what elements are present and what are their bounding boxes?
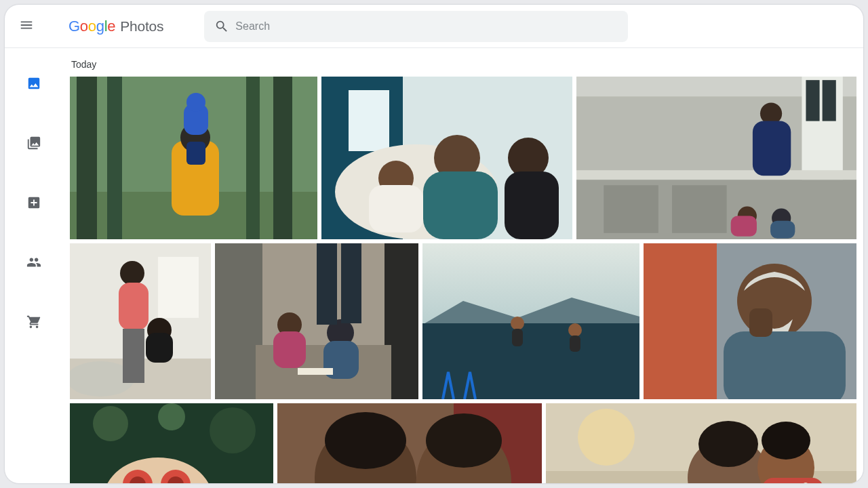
nav-print-store[interactable] xyxy=(19,308,49,338)
svg-rect-18 xyxy=(423,171,498,239)
svg-rect-24 xyxy=(806,80,819,121)
svg-rect-41 xyxy=(119,283,149,330)
hamburger-icon xyxy=(19,18,34,35)
main-menu-button[interactable] xyxy=(12,12,41,41)
photo-thumbnail[interactable] xyxy=(70,243,211,399)
nav-albums[interactable] xyxy=(19,129,49,159)
photo-thumbnail[interactable] xyxy=(321,77,572,239)
nav-sharing[interactable] xyxy=(19,249,49,279)
svg-point-40 xyxy=(120,261,144,285)
svg-rect-5 xyxy=(246,77,260,239)
photo-thumbnail[interactable] xyxy=(277,403,542,483)
photo-thumbnail[interactable] xyxy=(70,403,273,483)
svg-rect-42 xyxy=(123,329,144,383)
svg-rect-33 xyxy=(731,216,757,237)
photo-thumbnail[interactable] xyxy=(546,403,856,483)
svg-rect-54 xyxy=(317,243,337,325)
svg-point-81 xyxy=(426,413,502,468)
app-window: Google Photos xyxy=(4,4,864,484)
svg-rect-46 xyxy=(215,243,262,399)
svg-point-68 xyxy=(93,406,128,441)
svg-point-86 xyxy=(698,421,758,467)
svg-rect-55 xyxy=(341,243,361,323)
svg-rect-26 xyxy=(576,170,856,180)
svg-rect-57 xyxy=(422,323,639,399)
people-icon xyxy=(26,255,41,272)
photo-row xyxy=(70,403,856,483)
svg-rect-10 xyxy=(186,142,205,165)
svg-rect-3 xyxy=(107,77,122,239)
photo-row xyxy=(70,77,856,239)
photo-row xyxy=(70,243,856,399)
svg-rect-35 xyxy=(770,221,795,239)
photo-thumbnail[interactable] xyxy=(422,243,639,399)
photo-thumbnail[interactable] xyxy=(576,77,856,239)
sparkle-add-icon xyxy=(26,195,41,213)
svg-rect-44 xyxy=(146,333,173,363)
nav-for-you[interactable] xyxy=(19,189,49,219)
nav-photos[interactable] xyxy=(19,70,49,100)
svg-rect-2 xyxy=(77,77,97,239)
svg-point-69 xyxy=(210,407,256,453)
svg-rect-29 xyxy=(672,185,727,233)
date-heading: Today xyxy=(71,59,856,70)
brand-logo[interactable]: Google Photos xyxy=(68,18,163,35)
svg-point-9 xyxy=(186,93,205,112)
svg-rect-28 xyxy=(604,185,658,233)
svg-point-79 xyxy=(325,412,406,469)
svg-point-70 xyxy=(158,403,185,430)
left-nav-rail xyxy=(5,48,63,483)
svg-rect-20 xyxy=(505,171,559,239)
svg-rect-37 xyxy=(158,257,199,318)
product-name: Photos xyxy=(120,18,163,35)
cart-icon xyxy=(26,314,41,332)
svg-rect-65 xyxy=(724,331,846,399)
photo-grid-region: Today xyxy=(63,48,863,483)
svg-rect-13 xyxy=(349,90,389,151)
google-logotype: Google xyxy=(68,18,115,35)
svg-rect-16 xyxy=(369,185,423,232)
search-box[interactable] xyxy=(204,11,628,42)
svg-rect-90 xyxy=(762,478,823,483)
svg-rect-4 xyxy=(273,77,292,239)
svg-point-58 xyxy=(511,317,524,330)
search-icon xyxy=(208,19,235,34)
svg-rect-31 xyxy=(753,121,791,176)
svg-rect-53 xyxy=(298,368,333,375)
svg-rect-50 xyxy=(273,331,306,368)
svg-rect-61 xyxy=(570,336,580,352)
search-input[interactable] xyxy=(235,20,624,33)
svg-rect-66 xyxy=(749,308,772,337)
collections-icon xyxy=(26,136,41,153)
svg-point-83 xyxy=(578,409,635,466)
photo-thumbnail[interactable] xyxy=(70,77,317,239)
photo-thumbnail[interactable] xyxy=(215,243,418,399)
image-icon xyxy=(26,76,41,94)
svg-rect-25 xyxy=(823,80,836,121)
photo-thumbnail[interactable] xyxy=(644,243,856,399)
svg-point-60 xyxy=(568,323,582,337)
svg-point-89 xyxy=(762,422,810,460)
svg-rect-59 xyxy=(512,329,523,346)
svg-rect-63 xyxy=(644,243,717,399)
top-bar: Google Photos xyxy=(5,5,863,48)
